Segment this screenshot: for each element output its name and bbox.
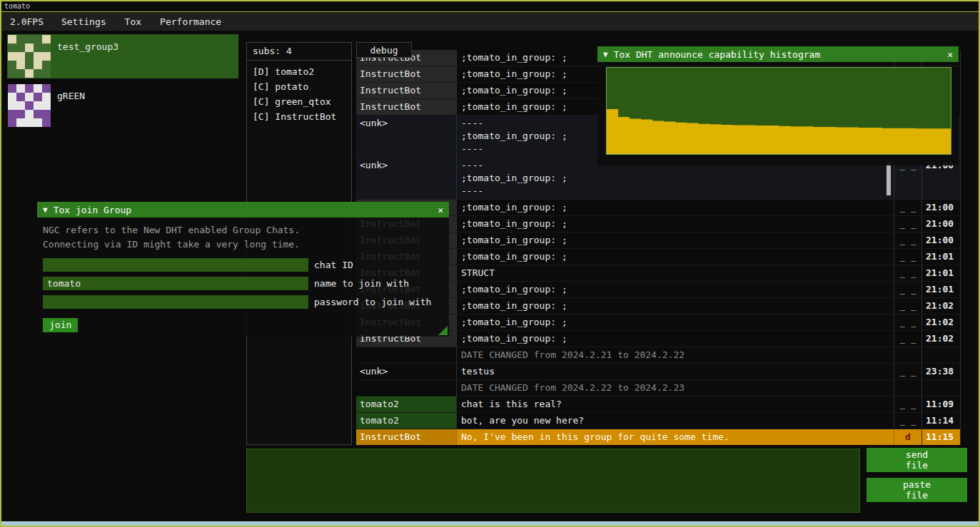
message-time: 21:01 — [921, 249, 960, 265]
message-text: testus — [456, 364, 894, 379]
message-text: DATE CHANGED from 2024.2.21 to 2024.2.22 — [456, 347, 894, 363]
member-item[interactable]: [D] tomato2 — [247, 64, 351, 79]
message-time: 21:00 — [921, 216, 960, 232]
histogram-titlebar[interactable]: ▼ Tox DHT announce capability histogram … — [597, 46, 959, 62]
message-time: 23:38 — [921, 364, 960, 379]
message-text: No, I've been in this group for quite so… — [456, 429, 894, 445]
message-time: 21:00 — [921, 232, 960, 248]
paste-file-button[interactable]: paste file — [867, 478, 967, 502]
chat-message-row: InstructBotNo, I've been in this group f… — [356, 429, 960, 445]
message-text: ;tomato_in_group: ; — [456, 314, 894, 330]
join-info-line: NGC refers to the New DHT enabled Group … — [43, 223, 443, 237]
message-text: ;tomato_in_group: ; — [456, 232, 894, 248]
join-field-input[interactable]: tomato — [43, 277, 308, 290]
app-window: tomato 2.0FPS Settings Tox Performance t… — [0, 0, 980, 527]
histogram-plot — [606, 67, 951, 155]
message-flags: _ _ — [894, 200, 921, 215]
window-title: tomato — [4, 2, 30, 10]
histogram-window: ▼ Tox DHT announce capability histogram … — [597, 46, 959, 165]
chat-message-row: tomato2bot, are you new here?_ _11:14 — [356, 413, 960, 429]
message-flags: _ _ — [894, 232, 921, 248]
message-text: ;tomato_in_group: ; — [456, 200, 894, 215]
message-time: 21:01 — [921, 265, 960, 281]
sender-name: tomato2 — [356, 396, 456, 412]
sender-name — [356, 380, 456, 396]
message-flags: _ _ — [894, 265, 921, 281]
message-time: 21:02 — [921, 331, 960, 347]
collapse-icon[interactable]: ▼ — [603, 50, 608, 59]
member-item[interactable]: [C] potato — [247, 79, 351, 94]
sender-name: <unk> — [356, 116, 456, 157]
sender-name: InstructBot — [356, 83, 456, 98]
group-item[interactable]: test_group3 — [7, 34, 238, 78]
join-field-row: password to join with — [43, 295, 443, 309]
message-time: 21:02 — [921, 298, 960, 314]
message-flags: _ _ — [894, 364, 921, 379]
fps-counter: 2.0FPS — [1, 16, 52, 27]
member-item[interactable]: [C] green_qtox — [247, 94, 351, 109]
group-avatar-icon — [8, 35, 51, 78]
message-time: 21:01 — [921, 282, 960, 297]
join-fields: chat IDtomatoname to join withpassword t… — [43, 258, 443, 309]
message-flags: _ _ — [894, 413, 921, 429]
menu-tox[interactable]: Tox — [116, 16, 151, 27]
join-button[interactable]: join — [43, 318, 78, 332]
bottom-strip — [1, 521, 979, 526]
join-field-row: tomatoname to join with — [43, 277, 443, 290]
message-time — [921, 380, 960, 396]
join-group-body: NGC refers to the New DHT enabled Group … — [37, 218, 449, 337]
group-name: test_group3 — [57, 35, 118, 78]
message-flags: _ _ — [894, 216, 921, 232]
message-flags — [894, 347, 921, 363]
date-changed-row: DATE CHANGED from 2024.2.22 to 2024.2.23 — [356, 380, 960, 396]
date-changed-row: DATE CHANGED from 2024.2.21 to 2024.2.22 — [356, 347, 960, 364]
message-flags: _ _ — [894, 298, 921, 314]
join-group-window: ▼ Tox join Group ✕ NGC refers to the New… — [37, 202, 449, 337]
message-time — [921, 347, 960, 363]
join-group-titlebar[interactable]: ▼ Tox join Group ✕ — [37, 202, 449, 218]
sender-name: <unk> — [356, 158, 456, 199]
sender-name: tomato2 — [356, 413, 456, 429]
subs-count: subs: 4 — [247, 43, 351, 61]
close-icon[interactable]: ✕ — [947, 49, 953, 60]
join-group-title: Tox join Group — [54, 205, 132, 215]
sender-name — [356, 347, 456, 363]
group-item[interactable]: gREEN — [7, 83, 238, 128]
window-titlebar[interactable]: tomato — [1, 1, 979, 12]
menu-settings[interactable]: Settings — [52, 16, 116, 27]
menubar: 2.0FPS Settings Tox Performance — [1, 13, 979, 31]
collapse-icon[interactable]: ▼ — [43, 205, 48, 215]
menu-performance[interactable]: Performance — [151, 16, 231, 27]
message-time: 11:15 — [921, 429, 960, 445]
resize-grip-icon[interactable] — [438, 326, 448, 335]
tab-debug[interactable]: debug — [356, 42, 412, 58]
message-input[interactable] — [246, 449, 860, 513]
message-time: 21:02 — [921, 314, 960, 330]
join-field-input[interactable] — [43, 295, 308, 309]
message-flags: _ _ — [894, 314, 921, 330]
chat-message-row: <unk>testus_ _23:38 — [356, 364, 960, 380]
join-info-text: NGC refers to the New DHT enabled Group … — [43, 223, 443, 252]
sender-name: InstructBot — [356, 99, 456, 115]
message-text: ;tomato_in_group: ; — [456, 249, 894, 265]
message-time: 11:09 — [921, 396, 960, 412]
close-icon[interactable]: ✕ — [438, 205, 443, 215]
message-text: ;tomato_in_group: ; — [456, 331, 894, 347]
join-field-input[interactable] — [43, 258, 308, 272]
message-text: ;tomato_in_group: ; — [456, 282, 894, 297]
member-item[interactable]: [C] InstructBot — [247, 109, 351, 124]
member-list: [D] tomato2[C] potato[C] green_qtox[C] I… — [247, 61, 351, 124]
join-field-row: chat ID — [43, 258, 443, 272]
message-time: 21:00 — [921, 200, 960, 215]
send-file-button[interactable]: send file — [867, 448, 967, 472]
message-flags — [894, 380, 921, 396]
message-text: ;tomato_in_group: ; — [456, 216, 894, 232]
chat-scrollbar-thumb[interactable] — [886, 161, 891, 195]
group-avatar-icon — [8, 84, 51, 127]
message-flags: _ _ — [894, 331, 921, 347]
join-field-label: name to join with — [314, 278, 409, 289]
message-flags: _ _ — [894, 249, 921, 265]
sender-name: InstructBot — [356, 66, 456, 82]
sender-name: <unk> — [356, 364, 456, 379]
join-field-label: chat ID — [314, 260, 353, 270]
